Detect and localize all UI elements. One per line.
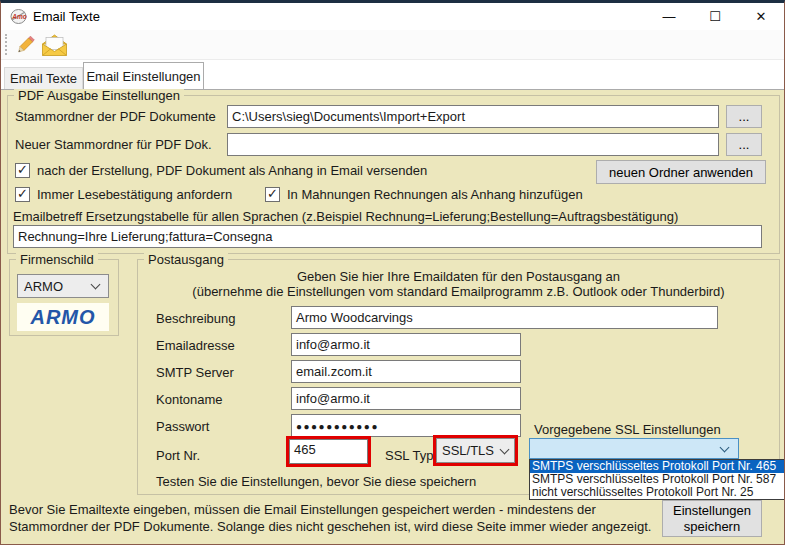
toolbar-grip[interactable] <box>5 34 7 55</box>
kontoname-input[interactable]: info@armo.it <box>291 387 521 410</box>
checkbox-dunning-attach-label: In Mahnungen Rechnungen als Anhang hinzu… <box>287 187 583 202</box>
svg-text:Amo: Amo <box>11 13 26 20</box>
apply-new-folder-button[interactable]: neuen Ordner anwenden <box>596 160 766 184</box>
smtp-server-label: SMTP Server <box>156 365 234 380</box>
title-bar: Amo Email Texte — ☐ ✕ <box>1 3 784 30</box>
save-settings-button-line2: speichern <box>684 519 740 535</box>
ssl-presets-dropdown-list: SMTPS verschlüsseltes Protokoll Port Nr.… <box>529 459 785 500</box>
ssl-typ-select[interactable]: SSL/TLS <box>436 438 515 463</box>
tab-email-texte[interactable]: Email Texte <box>4 67 83 89</box>
maximize-button[interactable]: ☐ <box>692 3 738 30</box>
checkmark-icon: ✓ <box>17 186 28 201</box>
save-settings-button-line1: Einstellungen <box>673 503 751 519</box>
edit-pencil-button[interactable] <box>11 32 38 58</box>
ssl-presets-select[interactable] <box>529 438 739 459</box>
checkbox-box[interactable]: ✓ <box>15 187 30 202</box>
email-texte-window: Amo Email Texte — ☐ ✕ <box>0 0 785 545</box>
checkmark-icon: ✓ <box>17 162 28 177</box>
ssl-typ-selected-value: SSL/TLS <box>442 443 494 458</box>
postausgang-intro-line1: Geben Sie hier Ihre Emaildaten für den P… <box>147 269 770 284</box>
minimize-button[interactable]: — <box>646 3 692 30</box>
window-title: Email Texte <box>33 9 100 24</box>
checkmark-icon: ✓ <box>267 186 278 201</box>
kontoname-label: Kontoname <box>156 392 223 407</box>
port-label: Port Nr. <box>156 448 200 463</box>
replacement-table-input[interactable]: Rechnung=Ihre Lieferung;fattura=Consegna <box>13 225 762 248</box>
chevron-down-icon <box>91 280 101 290</box>
checkbox-box[interactable]: ✓ <box>265 187 280 202</box>
firmenschild-select[interactable]: ARMO <box>17 274 109 298</box>
browse-new-folder-button[interactable]: ... <box>726 133 762 156</box>
ssl-presets-label: Vorgegebene SSL Einstellungen <box>534 422 721 437</box>
checkbox-read-receipt-label: Immer Lesebestätigung anfordern <box>37 187 232 202</box>
browse-root-folder-button[interactable]: ... <box>726 105 762 128</box>
checkbox-attach-pdf-label: nach der Erstellung, PDF Dokument als An… <box>37 163 427 178</box>
tab-email-einstellungen[interactable]: Email Einstellungen <box>83 62 204 89</box>
chevron-down-icon <box>720 442 730 452</box>
close-button[interactable]: ✕ <box>738 3 784 30</box>
root-folder-label: Stammordner der PDF Dokumente <box>15 109 216 124</box>
pdf-settings-group-title: PDF Ausgabe Einstellungen <box>14 88 184 103</box>
emailadresse-label: Emailadresse <box>156 338 235 353</box>
smtp-server-input[interactable]: email.zcom.it <box>291 360 521 383</box>
passwort-input[interactable]: ●●●●●●●●●●● <box>291 414 521 437</box>
save-settings-button[interactable]: Einstellungen speichern <box>662 500 762 537</box>
ssl-typ-highlight-frame: SSL/TLS <box>433 435 518 466</box>
emailadresse-input[interactable]: info@armo.it <box>291 333 521 356</box>
window-controls: — ☐ ✕ <box>646 3 784 30</box>
open-envelope-icon <box>41 33 68 57</box>
replacement-table-label: Emailbetreff Ersetzungstabelle für allen… <box>13 209 678 224</box>
firmenschild-selected-value: ARMO <box>24 279 63 294</box>
checkbox-box[interactable]: ✓ <box>15 163 30 178</box>
beschreibung-label: Beschreibung <box>156 311 236 326</box>
chevron-down-icon <box>500 444 510 454</box>
port-highlight-frame: 465 <box>286 436 371 467</box>
postausgang-group-title: Postausgang <box>144 252 228 267</box>
toolbar <box>1 30 784 60</box>
new-folder-input[interactable] <box>227 133 719 156</box>
armo-app-icon: Amo <box>10 8 27 25</box>
checkbox-dunning-attach[interactable]: ✓ In Mahnungen Rechnungen als Anhang hin… <box>265 187 583 202</box>
footer-note: Bevor Sie Emailtexte eingeben, müssen di… <box>9 502 657 535</box>
pencil-icon <box>14 34 36 56</box>
port-input[interactable]: 465 <box>289 439 368 464</box>
passwort-label: Passwort <box>156 419 209 434</box>
ssl-typ-label: SSL Typ <box>385 448 433 463</box>
root-folder-input[interactable]: C:\Users\sieg\Documents\Import+Export <box>227 105 719 128</box>
new-folder-label: Neuer Stammordner für PDF Dok. <box>15 137 212 152</box>
beschreibung-input[interactable]: Armo Woodcarvings <box>291 306 718 329</box>
tab-strip: Email Texte Email Einstellungen <box>1 60 784 89</box>
checkbox-attach-pdf[interactable]: ✓ nach der Erstellung, PDF Dokument als … <box>15 163 427 178</box>
ssl-preset-option-25[interactable]: nicht verschlüsseltes Protokoll Port Nr.… <box>530 486 784 499</box>
postausgang-intro-line2: (übernehme die Einstellungen vom standar… <box>147 284 770 299</box>
company-logo: ARMO <box>17 303 109 331</box>
firmenschild-group-title: Firmenschild <box>16 252 98 267</box>
test-hint-label: Testen Sie die Einstellungen, bevor Sie … <box>156 474 476 489</box>
checkbox-read-receipt[interactable]: ✓ Immer Lesebestätigung anfordern <box>15 187 232 202</box>
company-logo-text: ARMO <box>30 306 95 329</box>
send-email-button[interactable] <box>39 32 69 58</box>
